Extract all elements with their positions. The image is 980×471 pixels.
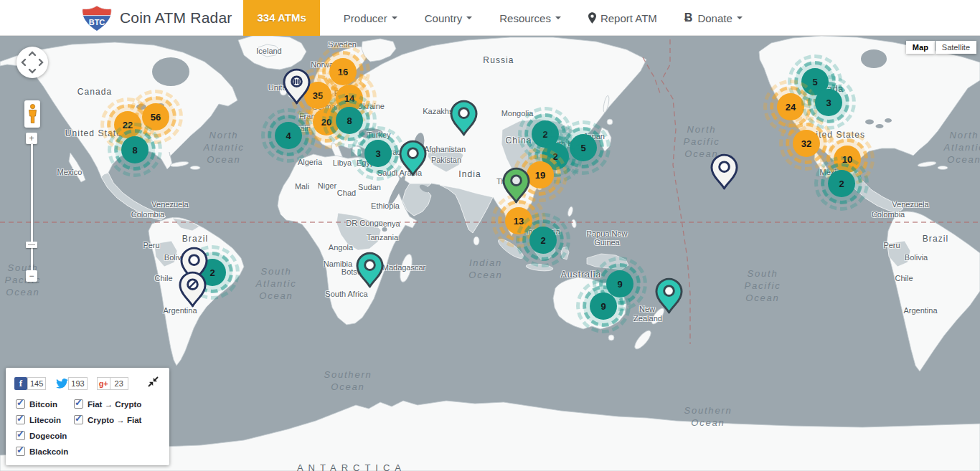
filter-item-fiat-crypto[interactable]: ✓Fiat → Crypto (74, 399, 141, 409)
checkmark-icon: ✓ (17, 413, 24, 424)
cluster-count: 3 (375, 148, 380, 159)
checkmark-icon: ✓ (75, 413, 83, 424)
app: BTC Coin ATM Radar 334 ATMs ProducerCoun… (0, 0, 980, 471)
checkmark-icon: ✓ (75, 397, 83, 408)
filter-label: Bitcoin (29, 400, 57, 409)
facebook-share-count: 145 (27, 377, 46, 390)
cluster-marker[interactable]: 2 (828, 170, 855, 197)
google-plus-icon: g+ (97, 377, 110, 390)
nav-item-label: Report ATM (600, 12, 657, 24)
facebook-icon: f (14, 377, 27, 390)
nav-container: BTC Coin ATM Radar 334 ATMs ProducerCoun… (81, 0, 899, 36)
cluster-count: 4 (286, 130, 291, 141)
gplus-share-button[interactable]: g+ 23 (97, 377, 128, 390)
zoom-out-button[interactable]: − (26, 270, 37, 282)
cluster-marker[interactable]: 9 (590, 292, 617, 320)
cluster-count: 19 (535, 170, 545, 181)
cluster-count: 8 (132, 145, 137, 156)
cluster-count: 56 (151, 112, 161, 123)
zoom-slider-track[interactable] (31, 144, 33, 270)
checkmark-icon: ✓ (17, 397, 24, 408)
nav-item-country[interactable]: Country (411, 12, 486, 24)
twitter-share-button[interactable]: 193 (55, 377, 87, 390)
twitter-icon (55, 377, 68, 390)
cluster-marker[interactable]: 3 (815, 89, 842, 116)
nav-item-resources[interactable]: Resources (486, 12, 575, 24)
filters: ✓Bitcoin✓Litecoin✓Dogecoin✓Blackcoin ✓Fi… (14, 399, 162, 462)
atm-count-badge[interactable]: 334 ATMs (243, 0, 319, 36)
cluster-count: 32 (801, 138, 811, 149)
cluster-count: 2 (209, 267, 215, 278)
satellite-button[interactable]: Satellite (936, 41, 976, 54)
cluster-count: 2 (540, 235, 545, 246)
pin-marker-new-zealand[interactable] (655, 277, 683, 314)
cluster-count: 2 (839, 179, 844, 189)
cluster-count: 24 (786, 102, 796, 113)
checkbox-checked[interactable]: ✓ (16, 447, 25, 456)
share-row: f 145 193 g+ 23 (14, 376, 162, 391)
pin-marker-kazakhstan[interactable] (450, 100, 478, 136)
cluster-marker[interactable]: 8 (121, 136, 149, 163)
pegman-icon (28, 104, 37, 124)
gplus-share-count: 23 (110, 377, 128, 390)
brand[interactable]: BTC Coin ATM Radar (81, 5, 232, 32)
pin-marker-north-pacific[interactable] (710, 153, 738, 190)
nav-item-donate[interactable]: ɃDonate (671, 11, 756, 24)
street-view-pegman[interactable] (24, 100, 40, 128)
caret-down-icon (737, 16, 743, 19)
cluster-marker[interactable]: 2 (529, 227, 557, 254)
filter-item-bitcoin[interactable]: ✓Bitcoin (16, 399, 74, 409)
pin-marker-united-kingdom[interactable] (283, 68, 311, 105)
cluster-count: 3 (826, 97, 831, 108)
filter-label: Blackcoin (29, 447, 68, 456)
filter-label: Dogecoin (29, 432, 67, 440)
filter-item-litecoin[interactable]: ✓Litecoin (16, 415, 74, 424)
checkmark-icon: ✓ (17, 444, 24, 455)
cluster-marker[interactable]: 32 (793, 130, 820, 157)
btc-logo-text: BTC (89, 17, 105, 26)
cluster-marker[interactable]: 3 (364, 140, 392, 167)
filter-item-blackcoin[interactable]: ✓Blackcoin (16, 447, 74, 456)
checkbox-checked[interactable]: ✓ (74, 415, 83, 424)
filter-label: Fiat → Crypto (88, 400, 141, 409)
checkbox-checked[interactable]: ✓ (74, 399, 83, 409)
filter-item-dogecoin[interactable]: ✓Dogecoin (16, 431, 74, 440)
pin-marker-argentina-2[interactable] (179, 271, 207, 308)
nav-item-label: Country (425, 12, 463, 24)
zoom-slider-handle[interactable] (26, 242, 37, 248)
map-button[interactable]: Map (906, 41, 935, 54)
nav-item-producer[interactable]: Producer (330, 12, 411, 24)
checkbox-checked[interactable]: ✓ (16, 431, 25, 440)
checkmark-icon: ✓ (17, 429, 24, 439)
checkbox-checked[interactable]: ✓ (16, 415, 25, 424)
zoom-control: + − (26, 133, 37, 282)
btc-logo-icon: BTC (81, 5, 113, 32)
filter-item-crypto-fiat[interactable]: ✓Crypto → Fiat (74, 415, 141, 424)
cluster-marker[interactable]: 4 (275, 122, 302, 149)
nav-item-label: Donate (697, 12, 732, 24)
map-pin-icon (588, 12, 596, 24)
caret-down-icon (392, 16, 397, 19)
collapse-panel-icon[interactable] (147, 376, 159, 391)
twitter-share-count: 193 (68, 377, 87, 390)
pin-marker-thailand[interactable] (502, 167, 530, 204)
filter-panel: f 145 193 g+ 23 (6, 368, 169, 465)
zoom-in-button[interactable]: + (26, 133, 37, 144)
caret-down-icon (466, 16, 472, 19)
map-canvas[interactable]: IcelandSwedenNorwayRussiaUnited KingdomP… (0, 36, 980, 471)
pin-marker-south-africa[interactable] (356, 252, 384, 288)
nav-item-report-atm[interactable]: Report ATM (575, 12, 671, 24)
nav-menu: ProducerCountryResourcesReport ATMɃDonat… (330, 11, 756, 24)
cluster-marker[interactable]: 19 (527, 161, 554, 189)
filter-label: Litecoin (29, 416, 61, 424)
pan-control[interactable] (17, 47, 48, 78)
filter-col-right: ✓Fiat → Crypto✓Crypto → Fiat (74, 399, 141, 462)
pin-marker-saudi-arabia[interactable] (399, 140, 427, 176)
facebook-share-button[interactable]: f 145 (14, 377, 46, 390)
map-type-control: Map Satellite (906, 41, 976, 54)
caret-down-icon (555, 16, 561, 19)
navbar: BTC Coin ATM Radar 334 ATMs ProducerCoun… (0, 0, 980, 36)
pan-arrows-icon (17, 47, 48, 78)
checkbox-checked[interactable]: ✓ (16, 399, 25, 409)
cluster-marker[interactable]: 8 (336, 107, 363, 134)
